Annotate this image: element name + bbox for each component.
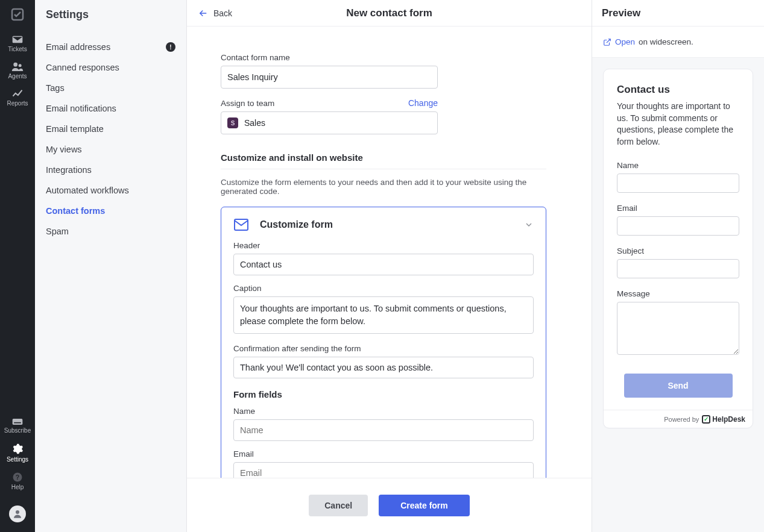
preview-powered-by: Powered by ✓ HelpDesk — [604, 410, 753, 428]
mail-icon — [233, 218, 249, 231]
rail-item-tickets[interactable]: Tickets — [8, 34, 27, 53]
external-link-icon — [603, 38, 611, 46]
app-logo — [10, 7, 25, 23]
header-label: Header — [233, 241, 534, 250]
form-fields-title: Form fields — [233, 389, 534, 399]
settings-sidebar: Settings Email addresses!Canned response… — [35, 0, 187, 532]
back-button[interactable]: Back — [198, 0, 232, 26]
customize-help-text: Customize the form elements to your need… — [221, 178, 558, 196]
chevron-down-icon[interactable] — [524, 220, 534, 230]
settings-item-label: Contact forms — [46, 206, 105, 216]
helpdesk-brand: HelpDesk — [712, 415, 745, 424]
settings-item-spam[interactable]: Spam — [35, 221, 186, 242]
arrow-left-icon — [198, 8, 209, 19]
settings-item-label: Tags — [46, 83, 65, 93]
form-field-input-email[interactable] — [233, 462, 534, 478]
open-widescreen-link[interactable]: Open — [615, 37, 635, 46]
settings-item-contact-forms[interactable]: Contact forms — [35, 201, 186, 221]
rail-label: Help — [11, 484, 24, 491]
rail-item-subscribe[interactable]: Subscribe — [4, 418, 31, 434]
team-name: Sales — [244, 118, 265, 128]
assign-team-label: Assign to team — [221, 99, 274, 108]
customize-section-title: Customize and install on website — [221, 152, 546, 169]
confirmation-label: Confirmation after sending the form — [233, 344, 534, 353]
rail-label: Agents — [8, 73, 27, 80]
helpdesk-logo: ✓ HelpDesk — [702, 415, 745, 424]
rail-label: Reports — [7, 100, 28, 107]
preview-input-message[interactable] — [617, 302, 739, 355]
confirmation-input[interactable] — [233, 357, 534, 378]
form-field-label: Email — [233, 449, 534, 458]
rail-item-help[interactable]: ? Help — [11, 472, 24, 491]
preview-field-label: Subject — [617, 246, 739, 255]
preview-card: Contact us Your thoughts are important t… — [603, 69, 753, 428]
settings-item-email-notifications[interactable]: Email notifications — [35, 98, 186, 119]
svg-rect-5 — [14, 422, 21, 424]
preview-card-title: Contact us — [617, 84, 739, 96]
preview-field-label: Name — [617, 161, 739, 170]
svg-point-2 — [13, 63, 17, 67]
preview-input-email[interactable] — [617, 216, 739, 236]
preview-field-label: Message — [617, 289, 739, 298]
svg-point-3 — [19, 64, 22, 67]
back-label: Back — [213, 8, 232, 18]
page-title: New contact form — [346, 7, 432, 19]
change-team-link[interactable]: Change — [408, 98, 438, 108]
form-field-label: Name — [233, 407, 534, 416]
settings-item-label: Integrations — [46, 165, 92, 175]
preview-title: Preview — [592, 0, 764, 27]
settings-item-label: Spam — [46, 227, 69, 236]
form-field-input-name[interactable] — [233, 419, 534, 441]
cancel-button[interactable]: Cancel — [309, 495, 368, 516]
preview-send-button[interactable]: Send — [624, 374, 733, 398]
settings-item-email-addresses[interactable]: Email addresses! — [35, 37, 186, 57]
caption-input[interactable] — [233, 296, 534, 334]
create-form-button[interactable]: Create form — [379, 495, 470, 516]
settings-item-label: Email template — [46, 124, 104, 134]
settings-item-tags[interactable]: Tags — [35, 78, 186, 98]
team-selector[interactable]: S Sales — [221, 111, 438, 134]
rail-item-settings[interactable]: Settings — [7, 443, 28, 463]
svg-rect-4 — [13, 419, 23, 425]
main-footer: Cancel Create form — [187, 478, 592, 532]
settings-item-my-views[interactable]: My views — [35, 139, 186, 160]
open-suffix: on widescreen. — [639, 37, 693, 46]
rail-item-reports[interactable]: Reports — [7, 89, 28, 107]
rail-label: Settings — [7, 456, 28, 463]
settings-item-integrations[interactable]: Integrations — [35, 160, 186, 180]
preview-field-label: Email — [617, 204, 739, 213]
header-input[interactable] — [233, 254, 534, 275]
rail-item-agents[interactable]: Agents — [8, 61, 27, 80]
main-panel: Back New contact form Contact form name … — [187, 0, 592, 532]
preview-open-row: Open on widescreen. — [592, 27, 764, 58]
preview-input-name[interactable] — [617, 174, 739, 193]
rail-label: Subscribe — [4, 427, 31, 434]
alert-badge: ! — [166, 42, 175, 52]
preview-card-caption: Your thoughts are important to us. To su… — [617, 101, 739, 148]
settings-title: Settings — [35, 0, 186, 30]
settings-item-email-template[interactable]: Email template — [35, 119, 186, 139]
caption-label: Caption — [233, 284, 534, 293]
main-header: Back New contact form — [187, 0, 592, 27]
settings-item-label: Email notifications — [46, 104, 116, 113]
user-avatar[interactable] — [9, 505, 26, 522]
svg-text:?: ? — [16, 474, 19, 481]
settings-item-canned-responses[interactable]: Canned responses — [35, 57, 186, 78]
contact-form-name-label: Contact form name — [221, 53, 558, 62]
rail-label: Tickets — [8, 46, 27, 53]
customize-card-title: Customize form — [260, 219, 333, 230]
contact-form-name-input[interactable] — [221, 66, 438, 89]
settings-item-label: Email addresses — [46, 42, 110, 52]
customize-form-card: Customize form Header Caption Confirmati… — [221, 207, 546, 478]
settings-item-label: My views — [46, 145, 82, 154]
settings-item-automated-workflows[interactable]: Automated workflows — [35, 180, 186, 201]
settings-item-label: Automated workflows — [46, 186, 129, 195]
powered-by-text: Powered by — [664, 416, 699, 423]
team-chip: S — [227, 117, 238, 128]
preview-panel: Preview Open on widescreen. Contact us Y… — [592, 0, 764, 532]
settings-item-label: Canned responses — [46, 63, 119, 72]
app-rail: Tickets Agents Reports Subscribe Setting… — [0, 0, 35, 532]
svg-point-8 — [16, 510, 19, 514]
preview-input-subject[interactable] — [617, 259, 739, 278]
